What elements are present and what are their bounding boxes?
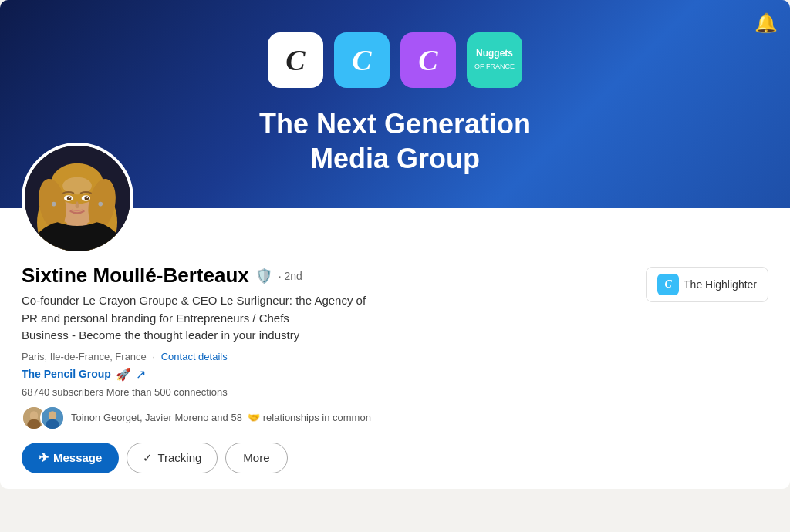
svg-point-15 [98, 202, 103, 207]
svg-point-12 [69, 197, 71, 198]
highlighter-logo: C [657, 274, 679, 295]
company-icons: 🚀 ↗ [116, 367, 146, 382]
logo-white: C [268, 32, 323, 88]
svg-point-10 [67, 196, 72, 200]
profile-name-section: Sixtine Moullé-Berteaux 🛡️ · 2nd Co-foun… [22, 264, 646, 473]
avatar [22, 143, 133, 254]
profile-location: Paris, Ile-de-France, France · Contact d… [22, 351, 646, 362]
svg-point-11 [84, 196, 89, 200]
profile-card: C C C NuggetsOF FRANCE The Next Generati… [0, 0, 790, 489]
logo-purple: C [400, 32, 456, 88]
profile-headline: Co-founder Le Crayon Groupe & CEO Le Sur… [22, 292, 484, 345]
bell-icon: 🔔 [755, 12, 778, 33]
mutual-avatar-2 [40, 406, 65, 430]
rocket-icon: 🚀 [116, 367, 131, 382]
tracking-button[interactable]: ✓ Tracking [127, 443, 218, 473]
name-row: Sixtine Moullé-Berteaux 🛡️ · 2nd [22, 264, 646, 288]
notification-bell-button[interactable]: 🔔 [755, 12, 778, 34]
more-button[interactable]: More [225, 443, 287, 473]
profile-name: Sixtine Moullé-Berteaux [22, 264, 249, 288]
profile-banner: C C C NuggetsOF FRANCE The Next Generati… [0, 0, 790, 208]
mutual-connections: Toinon Georget, Javier Moreno and 58 🤝 r… [22, 406, 646, 430]
banner-title: The Next Generation Media Group [259, 106, 531, 176]
company-row: The Pencil Group 🚀 ↗ [22, 367, 646, 382]
highlighter-badge: C The Highlighter [646, 267, 768, 302]
logo-nuggets: NuggetsOF FRANCE [467, 32, 522, 88]
verified-icon: 🛡️ [255, 268, 272, 285]
check-icon: ✓ [143, 451, 153, 465]
subscribers-row: 68740 subscribers More than 500 connecti… [22, 386, 646, 398]
contact-details-link[interactable]: Contact details [161, 351, 228, 362]
mutual-text: Toinon Georget, Javier Moreno and 58 🤝 r… [71, 412, 371, 423]
banner-logos: C C C NuggetsOF FRANCE [268, 32, 522, 88]
send-icon: ✈ [39, 450, 49, 465]
action-buttons: ✈ Message ✓ Tracking More [22, 443, 646, 473]
logo-cyan: C [334, 32, 390, 88]
avatar-stack [22, 406, 65, 430]
highlighter-label: The Highlighter [684, 278, 757, 291]
svg-point-14 [52, 202, 56, 207]
message-button[interactable]: ✈ Message [22, 443, 119, 473]
connection-badge: · 2nd [279, 270, 302, 282]
svg-point-17 [30, 411, 39, 420]
company-name-link[interactable]: The Pencil Group [22, 368, 111, 380]
svg-point-20 [49, 411, 57, 420]
profile-content: Sixtine Moullé-Berteaux 🛡️ · 2nd Co-foun… [0, 208, 790, 489]
profile-top-row: Sixtine Moullé-Berteaux 🛡️ · 2nd Co-foun… [22, 264, 768, 473]
svg-point-13 [86, 197, 88, 198]
external-link-icon[interactable]: ↗ [136, 367, 146, 382]
